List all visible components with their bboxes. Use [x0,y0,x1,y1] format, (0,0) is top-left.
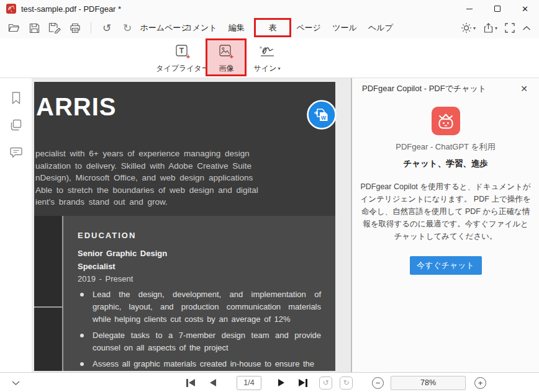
zoom-in-button[interactable]: + [474,373,486,392]
copilot-subtitle: PDFgear - ChatGPT を利用 [396,141,495,153]
svg-text:W: W [321,115,327,121]
bullet-icon [80,334,84,337]
bookmarks-panel-button[interactable] [7,89,25,107]
previous-view-button[interactable]: ↺ [319,373,332,392]
zoom-level-field[interactable]: 78% [391,373,466,392]
copilot-close-button[interactable]: ✕ [518,82,530,95]
next-page-icon [278,379,284,386]
education-section: EDUCATION Senior Graphic Design Speciali… [63,216,335,371]
title-bar: test-sample.pdf - PDFgear * ✕ [0,0,539,17]
copilot-body: PDFgear - ChatGPT を利用 チャット、学習、進歩 PDFgear… [352,99,539,275]
previous-view-icon: ↺ [322,378,328,387]
next-view-button[interactable]: ↻ [340,373,353,392]
previous-page-button[interactable] [210,373,216,392]
education-heading: EDUCATION [78,231,321,240]
menu-table[interactable]: 表 [255,17,291,38]
convert-to-word-button[interactable]: W [306,99,337,130]
signature-icon: × [258,43,276,60]
caret-down-icon: ▾ [495,25,497,31]
pdfgear-logo-icon [6,4,16,14]
print-icon [70,23,81,33]
theme-button[interactable]: ▾ [459,20,478,36]
zoom-out-button[interactable]: − [372,373,384,392]
save-icon [29,23,40,33]
zoom-in-icon: + [478,379,483,387]
save-as-button[interactable] [47,20,62,35]
quick-access-toolbar: ↺ ↻ [6,17,135,38]
menu-comment[interactable]: コメント [183,17,219,38]
pdf-page: ARRIS pecialist with 6+ years of experie… [34,82,335,371]
resume-name-heading: ARRIS [36,93,116,121]
redo-icon: ↻ [123,22,132,34]
toolbar-separator [91,22,91,33]
svg-text:T: T [179,47,184,55]
redo-button[interactable]: ↻ [120,20,135,35]
svg-text:+: + [186,53,189,60]
save-as-icon [48,22,61,33]
collapse-toolbar-button[interactable] [520,20,533,36]
menu-bar: ↺ ↻ ホームページ コメント 編集 表 ページ ツール ヘルプ ▾ ▾ [0,17,539,38]
save-button[interactable] [27,20,42,35]
copilot-title: PDFgear Copilot - PDFでチャット [362,83,486,94]
chat-now-button[interactable]: 今すぐチャット [410,256,482,275]
collapse-statusbar-button[interactable] [11,373,20,392]
svg-text:+: + [230,53,233,60]
bullet-icon [80,293,84,296]
print-button[interactable] [68,20,83,35]
menu-tools[interactable]: ツール [327,17,363,38]
last-page-icon [306,379,307,387]
first-page-icon [189,379,195,386]
menu-page[interactable]: ページ [291,17,327,38]
menu-home[interactable]: ホームページ [147,17,183,38]
copilot-robot-icon [432,107,460,135]
previous-page-icon [210,379,216,386]
typewriter-icon: T+ [174,43,191,60]
fullscreen-icon [505,23,515,33]
bullet-text: Assess all graphic materials created in-… [93,358,314,370]
comment-icon [9,146,23,159]
next-view-icon: ↻ [343,378,349,387]
summary-line: Able to stretch the boundaries of web de… [35,184,244,197]
bookmark-icon [10,91,22,105]
menu-edit[interactable]: 編集 [219,17,255,38]
page-number-field[interactable]: 1/4 [237,373,261,392]
fullscreen-button[interactable] [503,20,517,36]
comments-panel-button[interactable] [7,144,25,161]
svg-text:×: × [260,45,262,50]
first-page-button[interactable] [186,373,195,392]
brightness-icon [461,22,472,33]
typewriter-button[interactable]: T+ タイプライター [159,40,206,76]
job-title-line1: Senior Graphic Design [78,247,321,260]
resume-left-column [34,216,62,371]
pdf-viewer[interactable]: ARRIS pecialist with 6+ years of experie… [32,78,351,372]
chevron-down-icon [11,380,20,386]
menu-help[interactable]: ヘルプ [363,17,399,38]
close-button[interactable]: ✕ [511,0,539,17]
share-button[interactable]: ▾ [481,20,499,36]
summary-line: ient's brands stand out and grow. [35,196,244,208]
job-title-line2: Specialist [78,260,321,273]
job-dates: 2019 - Present [78,273,321,285]
summary-line: nDesign), Microsoft Office, and web desi… [35,172,244,184]
caret-down-icon: ▾ [473,25,476,31]
minimize-button[interactable] [455,0,483,17]
maximize-button[interactable] [483,0,511,17]
list-item: Lead the design, development, and implem… [78,288,321,326]
close-icon: ✕ [522,4,528,14]
summary-line: ualization to delivery. Skilled with Ado… [35,160,244,172]
word-convert-icon: W [306,99,337,130]
open-file-button[interactable] [6,20,21,35]
page-thumbnails-button[interactable] [7,117,25,134]
copilot-description: PDFgear Copilot を使用すると、ドキュメントがインテリジェントにな… [360,180,532,243]
copilot-panel: PDFgear Copilot - PDFでチャット ✕ PDFgear - C… [351,78,539,372]
sign-button[interactable]: × サイン▾ [248,40,286,76]
caret-down-icon: ▾ [278,66,280,71]
next-page-button[interactable] [278,373,284,392]
image-button[interactable]: + 画像 [207,40,245,76]
menu-bar-right-icons: ▾ ▾ [459,17,533,38]
chevron-up-icon [522,25,531,31]
pages-icon [9,118,23,132]
last-page-button[interactable] [299,373,307,392]
undo-button[interactable]: ↺ [99,20,114,35]
first-page-icon [186,379,188,387]
